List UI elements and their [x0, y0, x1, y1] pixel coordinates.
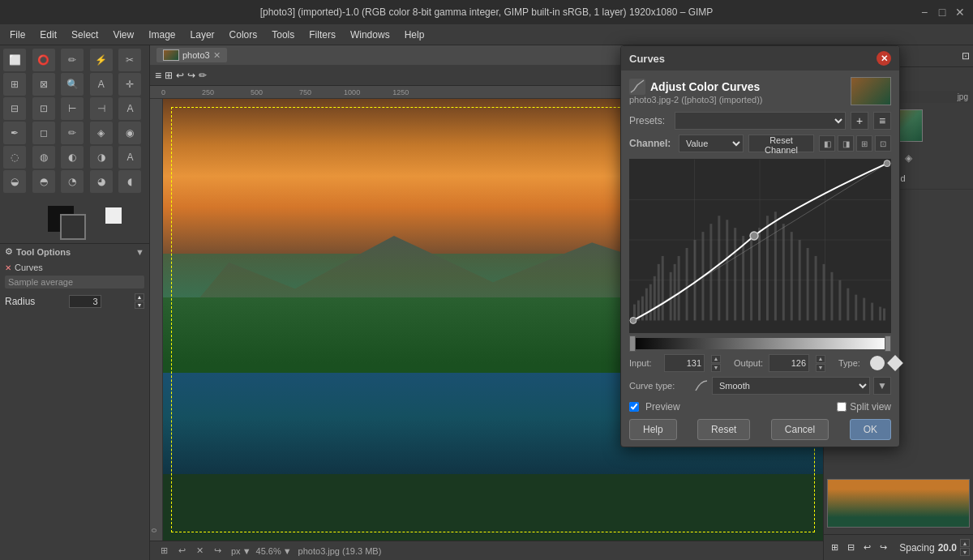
tool-blend[interactable]: ◓: [32, 170, 55, 193]
menu-view[interactable]: View: [106, 28, 140, 42]
tool-ellipse-select[interactable]: ⭕: [32, 49, 55, 71]
unit-dropdown-icon[interactable]: ▼: [242, 546, 251, 556]
bottom-icon3[interactable]: ↩: [859, 541, 874, 555]
tool-warp[interactable]: ⊢: [61, 97, 84, 120]
status-tool1[interactable]: ⊞: [156, 544, 171, 558]
type-diamond-button[interactable]: [887, 355, 903, 371]
curves-dialog-close-button[interactable]: ✕: [877, 51, 891, 66]
menu-file[interactable]: File: [3, 28, 32, 42]
reset-button[interactable]: Reset: [697, 419, 750, 440]
menu-filters[interactable]: Filters: [302, 28, 342, 42]
curve-control-point[interactable]: [750, 232, 758, 240]
channel-icon-points[interactable]: ⊡: [875, 135, 891, 152]
bottom-icon2[interactable]: ⊟: [843, 541, 858, 555]
tool-paths[interactable]: ⊡: [32, 97, 55, 120]
tab-close-icon[interactable]: ✕: [213, 50, 221, 61]
quick-mask-button[interactable]: [105, 207, 122, 224]
toolbar-undo-icon[interactable]: ↩: [176, 70, 184, 81]
preview-checkbox[interactable]: [629, 402, 639, 412]
tool-measure[interactable]: A: [90, 73, 113, 96]
channel-icon-logt[interactable]: ◨: [838, 135, 854, 152]
type-circle-button[interactable]: [870, 356, 885, 370]
gradient-left-handle[interactable]: [629, 336, 636, 352]
tool-ink[interactable]: ◉: [118, 122, 141, 144]
cancel-button[interactable]: Cancel: [771, 419, 829, 440]
tool-heal[interactable]: ⊣: [90, 97, 113, 120]
tool-fuzzy-select[interactable]: ⚡: [90, 49, 113, 71]
help-button[interactable]: Help: [629, 419, 677, 440]
zoom-dropdown-icon[interactable]: ▼: [283, 546, 292, 556]
tool-bucket[interactable]: ◐: [61, 146, 84, 169]
tool-airbrush[interactable]: ◈: [90, 122, 113, 144]
bottom-icon4[interactable]: ↪: [876, 541, 890, 555]
status-redo-icon[interactable]: ↪: [210, 544, 225, 558]
tool-dodge[interactable]: ◍: [32, 146, 55, 169]
curve-type-dropdown[interactable]: Smooth Free: [712, 377, 870, 395]
menu-image[interactable]: Image: [142, 28, 182, 42]
tool-extra2[interactable]: ◕: [90, 170, 113, 193]
tool-rectangle-select[interactable]: ⬜: [3, 49, 26, 71]
presets-dropdown[interactable]: [675, 112, 846, 130]
toolbar-grid-icon[interactable]: ⊞: [165, 70, 173, 81]
menu-windows[interactable]: Windows: [344, 28, 396, 42]
status-close-icon[interactable]: ✕: [192, 544, 207, 558]
channel-icon-linear[interactable]: ◧: [819, 135, 835, 152]
right-channels-icon[interactable]: ◈: [901, 151, 915, 165]
channel-dropdown[interactable]: Value Red Green Blue Alpha: [679, 135, 744, 152]
presets-menu-button[interactable]: ≡: [873, 112, 891, 130]
toolbar-pen-icon[interactable]: ✏: [199, 70, 207, 81]
spacing-up[interactable]: ▲: [960, 539, 970, 547]
foreground-color-swatch[interactable]: [60, 214, 86, 240]
tool-pencil[interactable]: ✏: [61, 122, 84, 144]
input-down[interactable]: ▼: [711, 364, 721, 372]
canvas-tab-photo3[interactable]: photo3 ✕: [156, 48, 227, 62]
tool-crop[interactable]: ⊞: [3, 73, 26, 96]
curve-type-expand-btn[interactable]: ▼: [873, 377, 891, 395]
tool-heal2[interactable]: ◌: [3, 146, 26, 169]
presets-add-button[interactable]: +: [851, 112, 868, 130]
tool-smudge[interactable]: ◒: [3, 170, 26, 193]
gradient-right-handle[interactable]: [885, 336, 891, 352]
toolbar-history-icon[interactable]: ↪: [187, 70, 195, 81]
output-up[interactable]: ▲: [816, 355, 825, 363]
toolbar-menu-icon[interactable]: ≡: [155, 69, 161, 82]
menu-colors[interactable]: Colors: [223, 28, 264, 42]
split-view-checkbox[interactable]: [837, 402, 847, 412]
tool-move[interactable]: ✛: [118, 73, 141, 96]
menu-edit[interactable]: Edit: [33, 28, 63, 42]
curves-panel-close[interactable]: ✕: [5, 263, 11, 272]
tool-options-collapse[interactable]: ▼: [135, 247, 144, 257]
minimize-button[interactable]: −: [918, 6, 931, 19]
reset-channel-button[interactable]: Reset Channel: [748, 135, 814, 152]
curve-start-point[interactable]: [630, 317, 637, 323]
tool-select-color[interactable]: ✂: [118, 49, 141, 71]
tool-extra3[interactable]: ◖: [118, 170, 141, 193]
curves-graph-area[interactable]: [629, 159, 891, 333]
radius-up[interactable]: ▲: [135, 293, 144, 301]
radius-down[interactable]: ▼: [135, 301, 144, 309]
radius-input[interactable]: [69, 295, 101, 308]
tool-align[interactable]: ⊟: [3, 97, 26, 120]
tool-transform[interactable]: ⊠: [32, 73, 55, 96]
tool-extra1[interactable]: ◔: [61, 170, 84, 193]
ok-button[interactable]: OK: [850, 419, 891, 440]
status-undo-icon[interactable]: ↩: [174, 544, 189, 558]
channel-icon-grid[interactable]: ⊞: [856, 135, 872, 152]
tool-clone[interactable]: A: [118, 97, 141, 120]
tool-eraser[interactable]: ◻: [32, 122, 55, 144]
right-expand-btn[interactable]: ⊡: [962, 50, 970, 62]
menu-select[interactable]: Select: [65, 28, 105, 42]
output-down[interactable]: ▼: [816, 364, 825, 372]
maximize-button[interactable]: □: [936, 6, 949, 19]
menu-help[interactable]: Help: [398, 28, 431, 42]
right-preview-thumb[interactable]: [827, 479, 970, 528]
tool-brush[interactable]: ✒: [3, 122, 26, 144]
menu-tools[interactable]: Tools: [265, 28, 301, 42]
spacing-down[interactable]: ▼: [960, 548, 970, 556]
tool-free-select[interactable]: ✏: [61, 49, 84, 71]
input-up[interactable]: ▲: [711, 355, 721, 363]
input-value[interactable]: [664, 354, 705, 372]
bottom-icon1[interactable]: ⊞: [827, 541, 842, 555]
tool-magnify[interactable]: 🔍: [61, 73, 84, 96]
tool-gradient[interactable]: ◑: [90, 146, 113, 169]
